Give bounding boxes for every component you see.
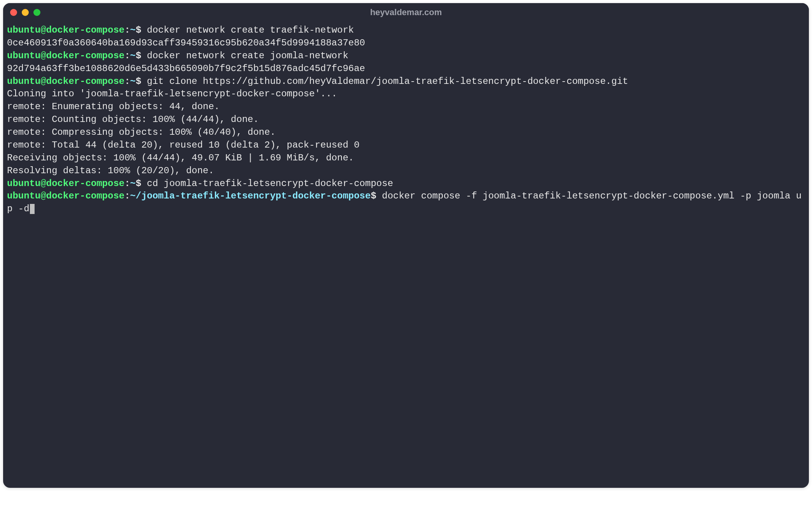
- prompt-dollar: $: [136, 50, 141, 61]
- command-text: git clone https://github.com/heyValdemar…: [147, 76, 628, 87]
- output-line: Resolving deltas: 100% (20/20), done.: [7, 165, 805, 177]
- prompt-dollar: $: [136, 178, 141, 189]
- output-text: remote: Compressing objects: 100% (40/40…: [7, 127, 275, 137]
- output-line: remote: Total 44 (delta 20), reused 10 (…: [7, 139, 805, 152]
- prompt-line: ubuntu@docker-compose:~/joomla-traefik-l…: [7, 190, 805, 216]
- output-text: Cloning into 'joomla-traefik-letsencrypt…: [7, 89, 337, 99]
- prompt-path: ~: [130, 76, 136, 87]
- prompt-line: ubuntu@docker-compose:~$ docker network …: [7, 50, 805, 63]
- output-line: remote: Counting objects: 100% (44/44), …: [7, 113, 805, 126]
- output-text: remote: Enumerating objects: 44, done.: [7, 101, 220, 112]
- prompt-dollar: $: [371, 191, 376, 201]
- output-line: Cloning into 'joomla-traefik-letsencrypt…: [7, 88, 805, 101]
- output-line: 0ce460913f0a360640ba169d93caff39459316c9…: [7, 37, 805, 50]
- user-host: ubuntu@docker-compose: [7, 50, 124, 61]
- output-line: remote: Enumerating objects: 44, done.: [7, 101, 805, 113]
- user-host: ubuntu@docker-compose: [7, 25, 124, 35]
- prompt-path: ~: [130, 50, 136, 61]
- command-text: docker network create joomla-network: [147, 50, 348, 61]
- close-icon[interactable]: [10, 9, 17, 16]
- prompt-colon: :: [124, 25, 130, 35]
- output-text: Resolving deltas: 100% (20/20), done.: [7, 165, 214, 176]
- prompt-colon: :: [124, 178, 130, 189]
- prompt-colon: :: [124, 76, 130, 87]
- prompt-path: ~: [130, 178, 136, 189]
- minimize-icon[interactable]: [22, 9, 29, 16]
- traffic-lights: [10, 9, 40, 16]
- output-text: remote: Total 44 (delta 20), reused 10 (…: [7, 140, 359, 150]
- prompt-line: ubuntu@docker-compose:~$ docker network …: [7, 24, 805, 37]
- user-host: ubuntu@docker-compose: [7, 76, 124, 87]
- cursor-icon: [30, 204, 35, 214]
- output-text: remote: Counting objects: 100% (44/44), …: [7, 114, 259, 125]
- prompt-dollar: $: [136, 76, 141, 87]
- prompt-dollar: $: [136, 25, 141, 35]
- terminal-window: heyvaldemar.com ubuntu@docker-compose:~$…: [3, 3, 809, 488]
- output-text: Receiving objects: 100% (44/44), 49.07 K…: [7, 153, 354, 163]
- maximize-icon[interactable]: [33, 9, 40, 16]
- prompt-line: ubuntu@docker-compose:~$ cd joomla-traef…: [7, 177, 805, 190]
- output-text: 0ce460913f0a360640ba169d93caff39459316c9…: [7, 38, 365, 48]
- title-bar: heyvaldemar.com: [3, 3, 809, 22]
- prompt-colon: :: [124, 50, 130, 61]
- command-text: docker network create traefik-network: [147, 25, 354, 35]
- prompt-path: ~/joomla-traefik-letsencrypt-docker-comp…: [130, 191, 371, 201]
- output-line: remote: Compressing objects: 100% (40/40…: [7, 126, 805, 139]
- output-line: 92d794a63ff3be1088620d6e5d433b665090b7f9…: [7, 63, 805, 75]
- user-host: ubuntu@docker-compose: [7, 191, 124, 201]
- user-host: ubuntu@docker-compose: [7, 178, 124, 189]
- output-text: 92d794a63ff3be1088620d6e5d433b665090b7f9…: [7, 63, 365, 74]
- terminal-body[interactable]: ubuntu@docker-compose:~$ docker network …: [3, 22, 809, 488]
- command-text: cd joomla-traefik-letsencrypt-docker-com…: [147, 178, 393, 189]
- window-title: heyvaldemar.com: [370, 7, 442, 17]
- prompt-colon: :: [124, 191, 130, 201]
- prompt-line: ubuntu@docker-compose:~$ git clone https…: [7, 75, 805, 88]
- prompt-path: ~: [130, 25, 136, 35]
- output-line: Receiving objects: 100% (44/44), 49.07 K…: [7, 152, 805, 165]
